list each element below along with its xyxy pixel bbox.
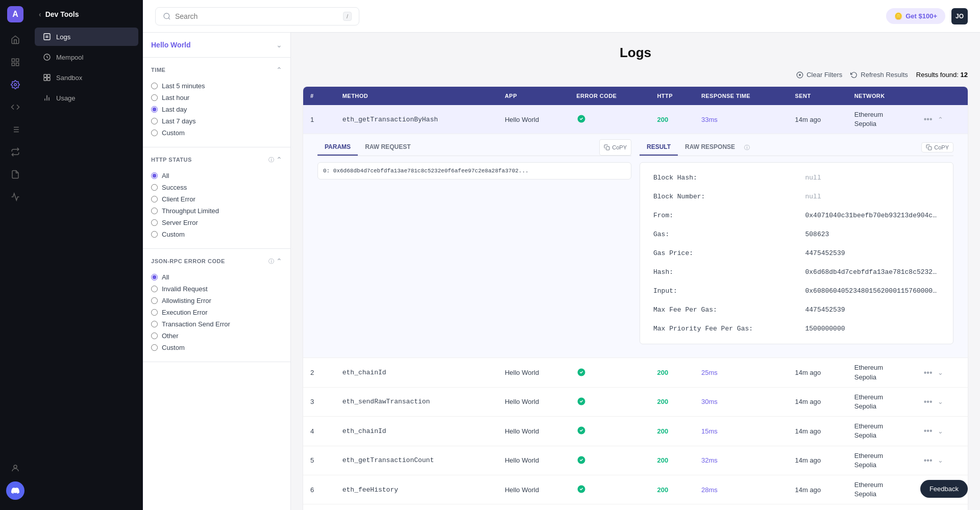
filter-rpc-all[interactable]: All	[151, 271, 282, 283]
back-arrow[interactable]: ‹	[39, 10, 41, 18]
filter-custom-time[interactable]: Custom	[151, 127, 282, 139]
filter-rpc-allowlist[interactable]: Allowlisting Error	[151, 295, 282, 307]
row-app: Hello World	[498, 504, 569, 510]
table-row[interactable]: 6 eth_feeHistory Hello World 200 28ms 14…	[303, 475, 968, 504]
search-input[interactable]	[175, 12, 339, 20]
row-collapse-btn[interactable]: ⌃	[938, 116, 943, 123]
row-actions-cell: ••• ⌄	[914, 387, 968, 416]
col-num: #	[303, 87, 335, 105]
filter-last5min[interactable]: Last 5 minutes	[151, 80, 282, 92]
filter-dropdown[interactable]: Hello World ⌄	[143, 33, 290, 58]
filter-lasthour[interactable]: Last hour	[151, 92, 282, 104]
sidebar-item-logs[interactable]: Logs	[35, 28, 138, 46]
activity-icon[interactable]	[6, 188, 24, 206]
row-time: 28ms	[694, 475, 788, 504]
home-icon[interactable]	[6, 31, 24, 49]
filter-rpc-invalid[interactable]: Invalid Request	[151, 283, 282, 295]
row-expand-btn[interactable]: ⌄	[938, 369, 943, 376]
row-more-btn[interactable]: •••	[921, 114, 936, 125]
table-row[interactable]: 1 eth_getTransactionByHash Hello World 2…	[303, 105, 968, 134]
jsonrpc-section-header[interactable]: JSON-RPC ERROR CODE ⓘ ⌃	[151, 257, 282, 265]
row-time: 25ms	[694, 358, 788, 387]
filter-lastday[interactable]: Last day	[151, 104, 282, 115]
expanded-content: PARAMS RAW REQUEST CoPY	[310, 139, 961, 352]
tab-raw-request[interactable]: RAW REQUEST	[358, 139, 418, 156]
result-panel: RESULT RAW RESPONSE ⓘ CoPY	[640, 139, 953, 344]
filter-rpc-custom[interactable]: Custom	[151, 342, 282, 353]
table-row[interactable]: 2 eth_chainId Hello World 200 25ms 14m a…	[303, 358, 968, 387]
params-code: 0: 0x6d68db4d7cebfdfa13ae781c8c5232e0f6a…	[323, 168, 626, 174]
feedback-btn[interactable]: Feedback	[920, 480, 968, 498]
result-key: From:	[646, 207, 797, 224]
row-more-btn[interactable]: •••	[921, 425, 936, 437]
table-row[interactable]: 7 eth_getBlockByNumber Hello World 200 2…	[303, 504, 968, 510]
row-more-btn[interactable]: •••	[921, 396, 936, 407]
discord-btn[interactable]	[6, 481, 24, 500]
col-http: HTTP	[650, 87, 694, 105]
refresh-results-btn[interactable]: Refresh Results	[850, 71, 908, 79]
http-section-header[interactable]: HTTP STATUS ⓘ ⌃	[151, 156, 282, 164]
table-row[interactable]: 4 eth_chainId Hello World 200 15ms 14m a…	[303, 417, 968, 446]
row-expand-btn[interactable]: ⌄	[938, 427, 943, 435]
time-section-header[interactable]: TIME ⌃	[151, 66, 282, 74]
http-info-icon: ⓘ	[268, 156, 274, 164]
time-section-title: TIME	[151, 67, 165, 73]
filter-rpc-other[interactable]: Other	[151, 330, 282, 342]
tab-result[interactable]: RESULT	[640, 139, 678, 156]
row-expand-btn[interactable]: ⌄	[938, 456, 943, 464]
filter-last7days[interactable]: Last 7 days	[151, 115, 282, 127]
table-row[interactable]: 5 eth_getTransactionCount Hello World 20…	[303, 446, 968, 475]
row-more-btn[interactable]: •••	[921, 367, 936, 378]
filter-http-all[interactable]: All	[151, 170, 282, 182]
result-copy-label: CoPY	[934, 144, 949, 150]
sidebar-item-usage[interactable]: Usage	[35, 89, 138, 107]
table-row[interactable]: 3 eth_sendRawTransaction Hello World 200…	[303, 387, 968, 416]
results-count-text: Results found: 12	[916, 71, 968, 79]
get-btn[interactable]: 🪙 Get $100+	[886, 8, 945, 24]
docs-icon[interactable]	[6, 165, 24, 184]
filter-rpc-txsend[interactable]: Transaction Send Error	[151, 318, 282, 330]
swap-icon[interactable]	[6, 143, 24, 161]
row-http: 200	[650, 446, 694, 475]
row-method: eth_feeHistory	[335, 475, 498, 504]
search-box[interactable]: /	[155, 7, 359, 26]
topbar-right: 🪙 Get $100+ JO	[886, 8, 968, 24]
filter-icon[interactable]	[6, 120, 24, 139]
row-sent: 14m ago	[788, 446, 847, 475]
row-expand-btn[interactable]: ⌄	[938, 398, 943, 405]
result-key: Input:	[646, 282, 797, 300]
svg-rect-29	[606, 147, 610, 150]
settings-icon[interactable]	[6, 75, 24, 94]
sidebar-item-mempool[interactable]: Mempool	[35, 48, 138, 66]
filter-http-throughput[interactable]: Throughput Limited	[151, 205, 282, 217]
result-copy-btn[interactable]: CoPY	[921, 142, 953, 152]
status-ok-icon	[576, 455, 586, 465]
tab-params[interactable]: PARAMS	[317, 139, 358, 156]
params-panel: PARAMS RAW REQUEST CoPY	[317, 139, 631, 344]
page-title: Logs	[303, 45, 968, 61]
svg-rect-17	[47, 74, 50, 77]
row-num: 5	[303, 446, 335, 475]
user-settings-icon[interactable]	[6, 459, 24, 477]
filter-http-success[interactable]: Success	[151, 182, 282, 193]
filter-http-server-error[interactable]: Server Error	[151, 217, 282, 228]
row-method: eth_getTransactionCount	[335, 446, 498, 475]
row-sent: 14m ago	[788, 417, 847, 446]
row-more-btn[interactable]: •••	[921, 455, 936, 466]
clear-filters-btn[interactable]: Clear Filters	[796, 71, 842, 79]
filter-http-client-error[interactable]: Client Error	[151, 193, 282, 205]
sidebar-title: Dev Tools	[45, 10, 79, 18]
row-actions-cell: ••• ⌄	[914, 417, 968, 446]
filter-http-custom[interactable]: Custom	[151, 228, 282, 240]
filter-rpc-execution[interactable]: Execution Error	[151, 307, 282, 318]
tab-raw-response[interactable]: RAW RESPONSE	[678, 139, 742, 156]
col-app: APP	[498, 87, 569, 105]
result-row-from: From: 0x4071040c31beefb70eb93213de904c6b…	[646, 207, 947, 224]
row-error	[569, 417, 650, 446]
result-tabs-row: RESULT RAW RESPONSE ⓘ CoPY	[640, 139, 953, 156]
sidebar-item-sandbox[interactable]: Sandbox	[35, 68, 138, 87]
params-copy-btn[interactable]: CoPY	[599, 139, 631, 156]
code-icon[interactable]	[6, 98, 24, 116]
grid-icon[interactable]	[6, 53, 24, 71]
row-network: EthereumSepolia	[847, 475, 914, 504]
